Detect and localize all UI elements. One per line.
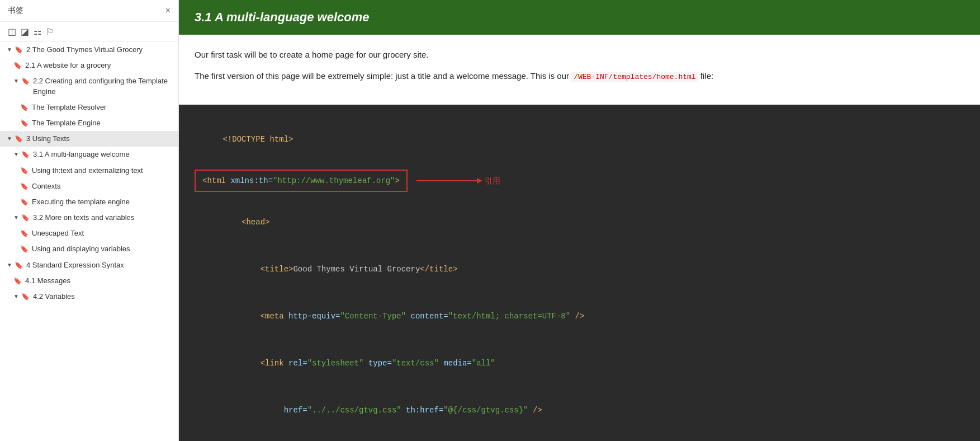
sidebar-item-ch3[interactable]: ▼ 🔖 3 Using Texts [0,131,178,147]
sidebar-item-label: 2.2 Creating and configuring the Templat… [33,76,174,96]
code-line-title: <title>Good Thymes Virtual Grocery</titl… [195,246,964,293]
sidebar-item-contexts[interactable]: 🔖 Contexts [0,179,178,194]
code-link-open: <link [222,359,283,368]
sidebar-item-label: 3 Using Texts [26,134,174,144]
annotation-label: 引用 [485,173,500,189]
sidebar-item-label: Contexts [32,181,174,191]
sidebar-toolbar: ◫ ◪ ⚏ ⚐ [0,22,178,42]
sidebar-item-4-2[interactable]: ▼ 🔖 4.2 Variables [0,289,178,304]
sidebar-item-label: Using and displaying variables [32,244,174,254]
triangle-icon: ▼ [7,261,12,269]
sidebar-item-3-2[interactable]: ▼ 🔖 3.2 More on texts and variables [0,210,178,226]
sidebar-item-executing[interactable]: 🔖 Executing the template engine [0,194,178,210]
sidebar-item-4-1[interactable]: 🔖 4.1 Messages [0,273,178,289]
code-meta-open: <meta [222,312,283,321]
code-title-open: <title> [222,265,293,274]
code-meta-attr2: content= [406,312,448,321]
bookmark-remove-icon[interactable]: ⚐ [46,26,54,37]
sidebar-item-2-1[interactable]: 🔖 2.1 A website for a grocery [0,58,178,73]
sidebar-navigation: ▼ 🔖 2 The Good Thymes Virtual Grocery 🔖 … [0,42,178,441]
paragraph-2: The first version of this page will be e… [195,69,964,83]
expand-all-icon[interactable]: ◫ [8,26,16,37]
sidebar-item-ch2[interactable]: ▼ 🔖 2 The Good Thymes Virtual Grocery [0,42,178,58]
bookmark-icon: 🔖 [15,261,23,270]
sidebar-item-template-engine[interactable]: 🔖 The Template Engine [0,115,178,131]
triangle-icon: ▼ [7,135,12,143]
triangle-icon: ▼ [13,151,19,158]
code-line-head: <head> [195,199,964,246]
bookmark-icon: 🔖 [20,166,29,176]
sidebar-item-label: 2 The Good Thymes Virtual Grocery [26,45,174,55]
triangle-icon: ▼ [13,77,19,85]
bookmark-icon: 🔖 [15,45,23,55]
code-link-attr1: rel= [284,359,307,368]
code-xmlns-attr: xmlns:th= [226,176,273,185]
sidebar-item-label: 4.1 Messages [25,276,174,286]
bookmark-icon: 🔖 [20,198,29,207]
bookmark-icon: 🔖 [21,150,30,159]
bookmark-icon: 🔖 [20,245,29,254]
triangle-icon: ▼ [13,293,19,301]
content-body: Our first task will be to create a home … [179,35,980,105]
annotation-arrow: 引用 [416,173,500,189]
code-block: <!DOCTYPE html> <html xmlns:th="http://w… [179,105,980,441]
sidebar-item-label: 3.1 A multi-language welcome [33,149,174,159]
arrowhead [477,178,482,184]
sidebar-item-using-displaying[interactable]: 🔖 Using and displaying variables [0,241,178,257]
triangle-icon: ▼ [7,46,12,54]
sidebar-item-label: 4 Standard Expression Syntax [26,260,174,270]
bookmark-icon: 🔖 [21,292,30,302]
sidebar-item-unescaped[interactable]: 🔖 Unescaped Text [0,226,178,241]
code-line-link2: href="../../css/gtvg.css" th:href="@{/cs… [195,387,964,434]
code-link-thhref-attr: th:href= [401,406,444,415]
sidebar: 书签 × ◫ ◪ ⚏ ⚐ ▼ 🔖 2 The Good Thymes Virtu… [0,0,179,441]
sidebar-item-label: The Template Engine [32,118,174,128]
code-line-html: <html xmlns:th="http://www.thymeleaf.org… [195,166,964,195]
code-link-str3: "all" [472,359,495,368]
bookmark-icon: 🔖 [20,182,29,191]
code-line-link1: <link rel="stylesheet" type="text/css" m… [195,340,964,387]
sidebar-item-ch4[interactable]: ▼ 🔖 4 Standard Expression Syntax [0,257,178,273]
code-link-close: /> [528,406,542,415]
bookmark-add-icon[interactable]: ⚏ [34,26,41,37]
code-link-attr2: type= [363,359,391,368]
code-link-str1: "stylesheet" [307,359,364,368]
code-meta-str1: "Content-Type" [340,312,406,321]
bookmark-icon: 🔖 [13,61,22,71]
code-meta-attr1: http-equiv= [284,312,340,321]
sidebar-item-using-thtext[interactable]: 🔖 Using th:text and externalizing text [0,163,178,179]
code-html-open: <html [202,176,226,185]
section-header: 3.1 A multi-language welcome [179,0,980,35]
sidebar-item-label: Executing the template engine [32,197,174,207]
code-meta-str2: "text/html; charset=UTF-8" [448,312,570,321]
html-tag-box: <html xmlns:th="http://www.thymeleaf.org… [195,166,408,195]
code-meta-close: /> [570,312,584,321]
bookmark-icon: 🔖 [20,229,29,238]
code-link-href-attr: href= [222,406,307,415]
code-link-thhref-val: "@{/css/gtvg.css}" [443,406,528,415]
code-title-text: Good Thymes Virtual Grocery [293,265,420,274]
code-title-close: </title> [420,265,457,274]
sidebar-item-label: 4.2 Variables [33,292,174,302]
sidebar-item-2-2[interactable]: ▼ 🔖 2.2 Creating and configuring the Tem… [0,73,178,99]
collapse-all-icon[interactable]: ◪ [21,26,29,37]
bookmark-icon: 🔖 [21,77,30,86]
code-line-meta: <meta http-equiv="Content-Type" content=… [195,293,964,340]
sidebar-item-label: Using th:text and externalizing text [32,166,174,176]
code-line-doctype: <!DOCTYPE html> [195,116,964,163]
sidebar-item-label: 2.1 A website for a grocery [25,60,174,71]
code-link-href-val: "../../css/gtvg.css" [307,406,401,415]
bookmark-icon: 🔖 [13,276,22,286]
sidebar-item-template-resolver[interactable]: 🔖 The Template Resolver [0,100,178,115]
bookmark-icon: 🔖 [20,103,29,112]
sidebar-item-3-1[interactable]: ▼ 🔖 3.1 A multi-language welcome [0,147,178,162]
arrow-shaft [416,180,478,181]
sidebar-close-button[interactable]: × [165,6,171,16]
para2-suffix: file: [700,71,713,81]
code-xmlns-val: "http://www.thymeleaf.org" [273,176,395,185]
sidebar-item-label: Unescaped Text [32,228,174,238]
code-html-close: > [395,176,399,185]
code-link-str2: "text/css" [392,359,439,368]
bookmark-icon: 🔖 [15,134,23,144]
main-content: 3.1 A multi-language welcome Our first t… [179,0,980,441]
